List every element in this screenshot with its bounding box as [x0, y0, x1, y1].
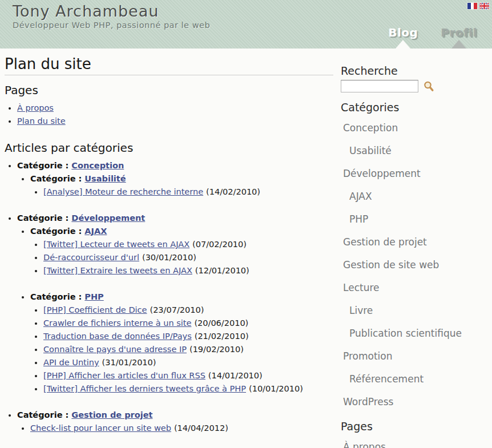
pages-list: À propos Plan du site [5, 102, 333, 128]
article-date: (12/01/2010) [195, 266, 249, 275]
sidebar-item-a-propos[interactable]: À propos [341, 435, 490, 448]
category-link-developpement[interactable]: Développement [71, 213, 145, 223]
sidebar-item-developpement[interactable]: Développement [341, 162, 490, 185]
sidebar-pages-heading: Pages [341, 420, 490, 433]
nav-label-blog: Blog [388, 26, 418, 39]
article-item: [Analyse] Moteur de recherche interne(14… [43, 185, 333, 199]
list-item: Plan du site [17, 115, 333, 128]
article-link[interactable]: Dé-raccourcisseur d'url [43, 253, 139, 262]
article-link[interactable]: [PHP] Coefficient de Dice [43, 305, 147, 314]
sidebar-item-ajax[interactable]: AJAX [341, 185, 490, 208]
sidebar-item-lecture[interactable]: Lecture [341, 276, 490, 299]
category-label: Catégorie : [30, 292, 82, 301]
article-link[interactable]: [Twitter] Extraire les tweets en AJAX [43, 266, 192, 275]
category-group: Catégorie :Gestion de projet Check-list … [17, 409, 333, 435]
site-tagline: Développeur Web PHP, passionné par le we… [13, 21, 210, 30]
search-input[interactable] [341, 80, 418, 92]
article-link[interactable]: API de Untiny [43, 358, 99, 367]
article-item: [PHP] Afficher les articles d'un flux RS… [43, 369, 333, 382]
category-group: Catégorie :Conception Catégorie :Usabili… [17, 159, 333, 199]
subcategory: Catégorie :Usabilité [Analyse] Moteur de… [30, 172, 333, 199]
page-link-a-propos[interactable]: À propos [17, 103, 54, 112]
article-link[interactable]: Traduction base de données IP/Pays [43, 332, 192, 341]
article-date: (23/07/2010) [150, 305, 204, 314]
sidebar-item-conception[interactable]: Conception [341, 116, 490, 139]
category-label: Catégorie : [30, 174, 82, 183]
article-item: [Twitter] Afficher les derniers tweets g… [43, 382, 333, 395]
category-label: Catégorie : [17, 161, 68, 170]
article-item: [Twitter] Extraire les tweets en AJAX(12… [43, 264, 333, 277]
article-link[interactable]: Check-list pour lancer un site web [30, 423, 171, 433]
sidebar-item-promotion[interactable]: Promotion [341, 345, 490, 368]
sidebar-item-publication-scientifique[interactable]: Publication scientifique [341, 322, 490, 345]
sidebar-categories-list: Conception Usabilité Développement AJAX … [341, 116, 490, 413]
category-label: Catégorie : [17, 410, 68, 419]
article-item: [Twitter] Lecteur de tweets en AJAX(07/0… [43, 238, 333, 251]
uk-flag-icon[interactable] [479, 3, 489, 9]
article-date: (07/02/2010) [192, 240, 247, 249]
category-link-usabilite[interactable]: Usabilité [84, 174, 126, 183]
article-link[interactable]: [Twitter] Lecteur de tweets en AJAX [43, 240, 189, 249]
subcategory: Catégorie :PHP [PHP] Coefficient de Dice… [30, 290, 333, 395]
pages-section-heading: Pages [5, 84, 333, 97]
sidebar-item-usabilite[interactable]: Usabilité [341, 139, 490, 162]
main-content: Plan du site Pages À propos Plan du site… [5, 49, 333, 448]
articles-section-heading: Articles par catégories [5, 142, 333, 155]
article-link[interactable]: [PHP] Afficher les articles d'un flux RS… [43, 371, 205, 380]
article-list: [Analyse] Moteur de recherche interne(14… [30, 185, 333, 199]
subcategory: Catégorie :AJAX [Twitter] Lecteur de twe… [30, 225, 333, 277]
nav-label-profil: Profil [441, 26, 477, 39]
nav-item-profil[interactable]: Profil [441, 26, 477, 49]
category-link-ajax[interactable]: AJAX [84, 227, 107, 236]
french-flag-icon[interactable] [467, 3, 477, 9]
article-list: Check-list pour lancer un site web(14/04… [17, 422, 333, 435]
list-item: À propos [17, 102, 333, 115]
category-link-gestion-de-projet[interactable]: Gestion de projet [71, 410, 152, 419]
subcategory-list: Catégorie :Usabilité [Analyse] Moteur de… [17, 172, 333, 199]
article-date: (21/02/2010) [195, 332, 249, 341]
sidebar-item-gestion-de-site-web[interactable]: Gestion de site web [341, 253, 490, 276]
article-date: (10/01/2010) [249, 384, 303, 393]
search-widget [341, 80, 490, 92]
article-item: Traduction base de données IP/Pays(21/02… [43, 330, 333, 343]
active-tab-arrow-icon [396, 40, 410, 49]
language-switcher [467, 3, 489, 9]
search-heading: Recherche [341, 64, 490, 78]
sidebar-categories-heading: Catégories [341, 101, 490, 114]
nav-item-blog[interactable]: Blog [388, 26, 418, 49]
page-title: Plan du site [5, 56, 333, 75]
site-header: Tony Archambeau Développeur Web PHP, pas… [0, 0, 492, 49]
article-date: (31/01/2010) [102, 358, 156, 367]
article-item: Connaître le pays d'une adresse IP(19/02… [43, 343, 333, 356]
article-date: (14/01/2010) [208, 371, 263, 380]
site-title[interactable]: Tony Archambeau [13, 2, 159, 20]
category-link-php[interactable]: PHP [84, 292, 103, 301]
article-item: Dé-raccourcisseur d'url(30/01/2010) [43, 251, 333, 264]
sidebar-item-gestion-de-projet[interactable]: Gestion de projet [341, 231, 490, 253]
article-list: [PHP] Coefficient de Dice(23/07/2010) Cr… [30, 304, 333, 395]
article-date: (30/01/2010) [142, 253, 196, 262]
article-item: API de Untiny(31/01/2010) [43, 356, 333, 369]
sidebar-item-referencement[interactable]: Référencement [341, 368, 490, 390]
category-link-conception[interactable]: Conception [71, 161, 124, 170]
article-link[interactable]: [Analyse] Moteur de recherche interne [43, 187, 203, 196]
article-link[interactable]: [Twitter] Afficher les derniers tweets g… [43, 384, 246, 393]
category-group: Catégorie :Développement Catégorie :AJAX… [17, 212, 333, 395]
sidebar: Recherche Catégories Conception Usabilit… [341, 49, 490, 448]
article-item: [PHP] Coefficient de Dice(23/07/2010) [43, 304, 333, 317]
article-date: (19/02/2010) [189, 345, 244, 354]
article-list: [Twitter] Lecteur de tweets en AJAX(07/0… [30, 238, 333, 277]
article-item: Check-list pour lancer un site web(14/04… [30, 422, 333, 435]
category-tree: Catégorie :Conception Catégorie :Usabili… [5, 159, 333, 435]
sidebar-item-wordpress[interactable]: WordPress [341, 390, 490, 413]
main-nav: Blog Profil [388, 26, 477, 49]
page-link-plan-du-site[interactable]: Plan du site [17, 116, 66, 126]
article-link[interactable]: Crawler de fichiers interne à un site [43, 318, 191, 328]
article-date: (14/02/2010) [206, 187, 260, 196]
sidebar-item-livre[interactable]: Livre [341, 299, 490, 322]
sidebar-item-php[interactable]: PHP [341, 208, 490, 231]
category-label: Catégorie : [30, 227, 82, 236]
article-date: (14/04/2012) [174, 423, 228, 433]
search-icon[interactable] [423, 80, 434, 92]
article-link[interactable]: Connaître le pays d'une adresse IP [43, 345, 187, 354]
